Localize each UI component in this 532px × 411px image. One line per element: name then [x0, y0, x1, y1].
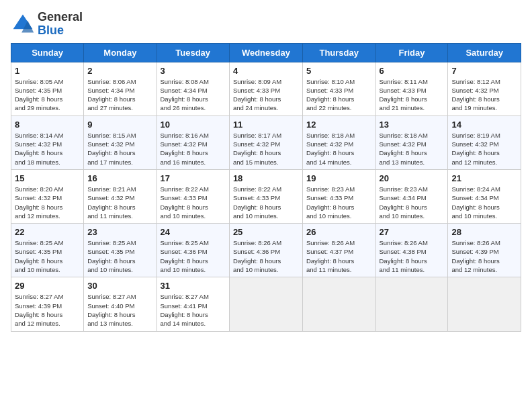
- day-number: 12: [306, 120, 372, 130]
- day-info: Sunrise: 8:18 AMSunset: 4:32 PMDaylight:…: [380, 131, 445, 167]
- day-number: 15: [15, 173, 80, 183]
- day-number: 23: [87, 227, 152, 237]
- calendar-day-cell: 4Sunrise: 8:09 AMSunset: 4:33 PMDaylight…: [229, 62, 302, 116]
- day-info: Sunrise: 8:19 AMSunset: 4:32 PMDaylight:…: [451, 131, 517, 167]
- dow-header: Tuesday: [157, 43, 229, 62]
- day-number: 21: [451, 173, 517, 183]
- calendar-day-cell: 14Sunrise: 8:19 AMSunset: 4:32 PMDayligh…: [448, 116, 521, 169]
- day-number: 6: [380, 66, 445, 76]
- calendar-day-cell: 22Sunrise: 8:25 AMSunset: 4:35 PMDayligh…: [11, 224, 84, 277]
- day-info: Sunrise: 8:06 AMSunset: 4:34 PMDaylight:…: [87, 77, 152, 113]
- calendar-day-cell: 2Sunrise: 8:06 AMSunset: 4:34 PMDaylight…: [84, 62, 157, 116]
- day-info: Sunrise: 8:15 AMSunset: 4:32 PMDaylight:…: [87, 131, 152, 167]
- logo: GeneralBlue: [11, 11, 83, 38]
- calendar-day-cell: 20Sunrise: 8:23 AMSunset: 4:34 PMDayligh…: [375, 169, 448, 223]
- calendar-day-cell: 29Sunrise: 8:27 AMSunset: 4:39 PMDayligh…: [11, 277, 84, 331]
- logo-icon: [11, 12, 35, 36]
- day-info: Sunrise: 8:10 AMSunset: 4:33 PMDaylight:…: [306, 77, 372, 113]
- day-number: 8: [15, 120, 80, 130]
- day-info: Sunrise: 8:09 AMSunset: 4:33 PMDaylight:…: [233, 77, 299, 113]
- day-number: 30: [87, 281, 152, 291]
- day-number: 26: [306, 227, 372, 237]
- calendar-day-cell: 30Sunrise: 8:27 AMSunset: 4:40 PMDayligh…: [84, 277, 157, 331]
- calendar-day-cell: 6Sunrise: 8:11 AMSunset: 4:33 PMDaylight…: [375, 62, 448, 116]
- day-number: 29: [15, 281, 80, 291]
- day-info: Sunrise: 8:22 AMSunset: 4:33 PMDaylight:…: [161, 185, 226, 220]
- calendar-body: 1Sunrise: 8:05 AMSunset: 4:35 PMDaylight…: [11, 62, 521, 331]
- calendar-day-cell: [375, 277, 448, 331]
- day-number: 19: [306, 173, 372, 183]
- calendar-day-cell: 27Sunrise: 8:26 AMSunset: 4:38 PMDayligh…: [375, 224, 448, 277]
- day-info: Sunrise: 8:21 AMSunset: 4:32 PMDaylight:…: [87, 185, 152, 220]
- day-number: 11: [233, 120, 299, 130]
- day-info: Sunrise: 8:23 AMSunset: 4:33 PMDaylight:…: [306, 185, 372, 220]
- calendar-week-row: 8Sunrise: 8:14 AMSunset: 4:32 PMDaylight…: [11, 116, 521, 169]
- days-of-week-row: SundayMondayTuesdayWednesdayThursdayFrid…: [11, 43, 521, 62]
- calendar-day-cell: 25Sunrise: 8:26 AMSunset: 4:36 PMDayligh…: [229, 224, 302, 277]
- calendar-day-cell: 5Sunrise: 8:10 AMSunset: 4:33 PMDaylight…: [302, 62, 375, 116]
- day-info: Sunrise: 8:27 AMSunset: 4:39 PMDaylight:…: [15, 292, 80, 328]
- dow-header: Thursday: [302, 43, 375, 62]
- day-info: Sunrise: 8:17 AMSunset: 4:32 PMDaylight:…: [233, 131, 299, 167]
- day-info: Sunrise: 8:12 AMSunset: 4:32 PMDaylight:…: [451, 77, 517, 113]
- day-number: 16: [87, 173, 152, 183]
- day-info: Sunrise: 8:26 AMSunset: 4:37 PMDaylight:…: [306, 238, 372, 274]
- calendar-day-cell: 9Sunrise: 8:15 AMSunset: 4:32 PMDaylight…: [84, 116, 157, 169]
- page-header: GeneralBlue: [11, 11, 521, 38]
- calendar-day-cell: 8Sunrise: 8:14 AMSunset: 4:32 PMDaylight…: [11, 116, 84, 169]
- calendar-day-cell: 3Sunrise: 8:08 AMSunset: 4:34 PMDaylight…: [157, 62, 229, 116]
- dow-header: Sunday: [11, 43, 84, 62]
- calendar-week-row: 15Sunrise: 8:20 AMSunset: 4:32 PMDayligh…: [11, 169, 521, 223]
- day-info: Sunrise: 8:25 AMSunset: 4:36 PMDaylight:…: [161, 238, 226, 274]
- calendar-day-cell: [448, 277, 521, 331]
- day-info: Sunrise: 8:27 AMSunset: 4:40 PMDaylight:…: [87, 292, 152, 328]
- calendar-day-cell: 26Sunrise: 8:26 AMSunset: 4:37 PMDayligh…: [302, 224, 375, 277]
- day-info: Sunrise: 8:25 AMSunset: 4:35 PMDaylight:…: [15, 238, 80, 274]
- day-info: Sunrise: 8:20 AMSunset: 4:32 PMDaylight:…: [15, 185, 80, 220]
- calendar-day-cell: [229, 277, 302, 331]
- day-number: 3: [161, 66, 226, 76]
- day-info: Sunrise: 8:11 AMSunset: 4:33 PMDaylight:…: [380, 77, 445, 113]
- day-number: 10: [161, 120, 226, 130]
- logo-text: GeneralBlue: [38, 11, 83, 38]
- dow-header: Monday: [84, 43, 157, 62]
- calendar-week-row: 1Sunrise: 8:05 AMSunset: 4:35 PMDaylight…: [11, 62, 521, 116]
- day-number: 24: [161, 227, 226, 237]
- calendar-table: SundayMondayTuesdayWednesdayThursdayFrid…: [11, 43, 521, 332]
- day-info: Sunrise: 8:27 AMSunset: 4:41 PMDaylight:…: [161, 292, 226, 328]
- calendar-day-cell: 13Sunrise: 8:18 AMSunset: 4:32 PMDayligh…: [375, 116, 448, 169]
- day-info: Sunrise: 8:16 AMSunset: 4:32 PMDaylight:…: [161, 131, 226, 167]
- calendar-day-cell: 21Sunrise: 8:24 AMSunset: 4:34 PMDayligh…: [448, 169, 521, 223]
- calendar-day-cell: 12Sunrise: 8:18 AMSunset: 4:32 PMDayligh…: [302, 116, 375, 169]
- day-info: Sunrise: 8:26 AMSunset: 4:36 PMDaylight:…: [233, 238, 299, 274]
- calendar-day-cell: 23Sunrise: 8:25 AMSunset: 4:35 PMDayligh…: [84, 224, 157, 277]
- day-info: Sunrise: 8:25 AMSunset: 4:35 PMDaylight:…: [87, 238, 152, 274]
- day-number: 22: [15, 227, 80, 237]
- day-number: 20: [380, 173, 445, 183]
- dow-header: Saturday: [448, 43, 521, 62]
- calendar-day-cell: 18Sunrise: 8:22 AMSunset: 4:33 PMDayligh…: [229, 169, 302, 223]
- calendar-day-cell: 24Sunrise: 8:25 AMSunset: 4:36 PMDayligh…: [157, 224, 229, 277]
- day-info: Sunrise: 8:18 AMSunset: 4:32 PMDaylight:…: [306, 131, 372, 167]
- day-info: Sunrise: 8:22 AMSunset: 4:33 PMDaylight:…: [233, 185, 299, 220]
- day-number: 25: [233, 227, 299, 237]
- dow-header: Wednesday: [229, 43, 302, 62]
- day-info: Sunrise: 8:23 AMSunset: 4:34 PMDaylight:…: [380, 185, 445, 220]
- day-number: 28: [451, 227, 517, 237]
- day-number: 14: [451, 120, 517, 130]
- day-info: Sunrise: 8:08 AMSunset: 4:34 PMDaylight:…: [161, 77, 226, 113]
- calendar-day-cell: 16Sunrise: 8:21 AMSunset: 4:32 PMDayligh…: [84, 169, 157, 223]
- day-info: Sunrise: 8:05 AMSunset: 4:35 PMDaylight:…: [15, 77, 80, 113]
- day-number: 5: [306, 66, 372, 76]
- day-number: 13: [380, 120, 445, 130]
- calendar-day-cell: 31Sunrise: 8:27 AMSunset: 4:41 PMDayligh…: [157, 277, 229, 331]
- day-number: 18: [233, 173, 299, 183]
- calendar-week-row: 22Sunrise: 8:25 AMSunset: 4:35 PMDayligh…: [11, 224, 521, 277]
- day-number: 1: [15, 66, 80, 76]
- day-number: 27: [380, 227, 445, 237]
- calendar-week-row: 29Sunrise: 8:27 AMSunset: 4:39 PMDayligh…: [11, 277, 521, 331]
- day-info: Sunrise: 8:24 AMSunset: 4:34 PMDaylight:…: [451, 185, 517, 220]
- day-info: Sunrise: 8:26 AMSunset: 4:39 PMDaylight:…: [451, 238, 517, 274]
- calendar-day-cell: 19Sunrise: 8:23 AMSunset: 4:33 PMDayligh…: [302, 169, 375, 223]
- day-number: 17: [161, 173, 226, 183]
